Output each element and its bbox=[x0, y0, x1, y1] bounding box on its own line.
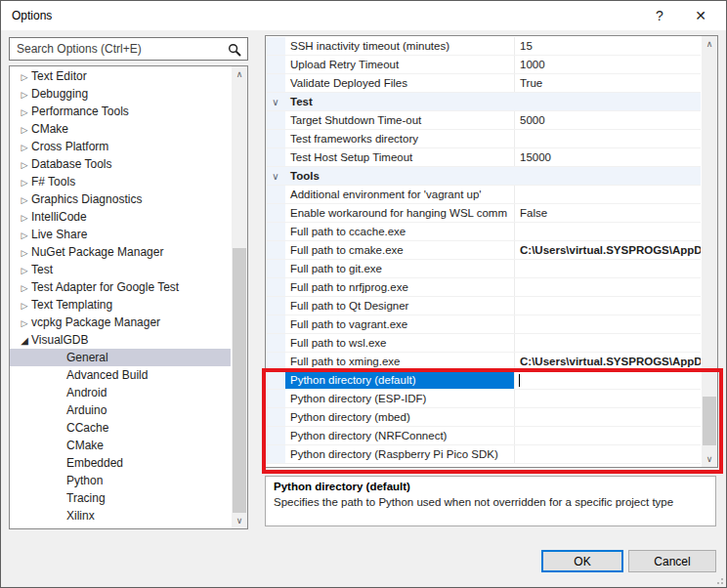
tree-item-text-editor[interactable]: ▷Text Editor bbox=[10, 67, 231, 85]
group-row-test[interactable]: ∨Test bbox=[266, 93, 701, 111]
property-value[interactable] bbox=[514, 445, 701, 463]
property-row-python-directory-esp-idf[interactable]: Python directory (ESP-IDF) bbox=[266, 390, 701, 408]
tree-item-vcpkg-package-manager[interactable]: ▷vcpkg Package Manager bbox=[10, 314, 231, 331]
property-row-target-shutdown-time-out[interactable]: Target Shutdown Time-out5000 bbox=[266, 111, 701, 130]
group-collapse-icon[interactable]: ∨ bbox=[266, 93, 285, 110]
property-value[interactable] bbox=[514, 371, 701, 389]
tree-collapsed-icon[interactable]: ▷ bbox=[18, 121, 31, 139]
tree-item-test-adapter-for-google-test[interactable]: ▷Test Adapter for Google Test bbox=[10, 278, 231, 296]
grid-scroll-up-icon[interactable]: ∧ bbox=[702, 36, 717, 52]
tree-collapsed-icon[interactable]: ▷ bbox=[18, 139, 31, 156]
property-value[interactable] bbox=[514, 390, 701, 407]
property-row-full-path-to-xming-exe[interactable]: Full path to xming.exeC:\Users\virtual.S… bbox=[266, 353, 701, 371]
property-value[interactable]: 15000 bbox=[514, 148, 701, 166]
tree-item-debugging[interactable]: ▷Debugging bbox=[10, 85, 231, 103]
property-row-full-path-to-vagrant-exe[interactable]: Full path to vagrant.exe bbox=[266, 315, 701, 334]
tree-item-intellicode[interactable]: ▷IntelliCode bbox=[10, 208, 231, 226]
tree-collapsed-icon[interactable]: ▷ bbox=[18, 174, 31, 191]
tree-expanded-icon[interactable]: ◢ bbox=[18, 332, 31, 350]
property-row-full-path-to-wsl-exe[interactable]: Full path to wsl.exe bbox=[266, 334, 701, 353]
tree-item-visualgdb[interactable]: ◢VisualGDB bbox=[10, 331, 231, 349]
property-row-validate-deployed-files[interactable]: Validate Deployed FilesTrue bbox=[266, 74, 701, 93]
tree-scrollbar[interactable]: ∧ ∨ bbox=[232, 66, 247, 528]
tree-item-database-tools[interactable]: ▷Database Tools bbox=[10, 155, 231, 173]
tree-item-tracing[interactable]: Tracing bbox=[10, 489, 231, 507]
property-row-full-path-to-git-exe[interactable]: Full path to git.exe bbox=[266, 260, 701, 278]
tree-collapsed-icon[interactable]: ▷ bbox=[18, 104, 31, 121]
tree-item-advanced-build[interactable]: Advanced Build bbox=[10, 366, 231, 384]
tree-item-text-templating[interactable]: ▷Text Templating bbox=[10, 296, 231, 314]
tree-item-cross-platform[interactable]: ▷Cross Platform bbox=[10, 138, 231, 155]
property-value[interactable] bbox=[514, 408, 701, 426]
property-value[interactable] bbox=[514, 186, 701, 203]
grid-scrollbar-thumb[interactable] bbox=[703, 397, 716, 445]
property-row-enable-workaround-for-hanging-wsl-comm[interactable]: Enable workaround for hanging WSL commFa… bbox=[266, 204, 701, 223]
property-value[interactable] bbox=[514, 427, 701, 444]
property-value[interactable] bbox=[514, 260, 701, 277]
tree-collapsed-icon[interactable]: ▷ bbox=[18, 191, 31, 209]
property-row-python-directory-nrfconnect[interactable]: Python directory (NRFConnect) bbox=[266, 427, 701, 445]
group-row-tools[interactable]: ∨Tools bbox=[266, 167, 701, 186]
ok-button[interactable]: OK bbox=[541, 550, 623, 572]
tree-item-python[interactable]: Python bbox=[10, 472, 231, 489]
property-row-full-path-to-ccache-exe[interactable]: Full path to ccache.exe bbox=[266, 223, 701, 241]
tree-item-nuget-package-manager[interactable]: ▷NuGet Package Manager bbox=[10, 243, 231, 261]
property-row-full-path-to-qt-designer[interactable]: Full path to Qt Designer bbox=[266, 297, 701, 315]
tree-collapsed-icon[interactable]: ▷ bbox=[18, 262, 31, 279]
property-row-additional-environment-for-vagrant-up[interactable]: Additional environment for 'vagrant up' bbox=[266, 186, 701, 204]
grid-scroll-down-icon[interactable]: ∨ bbox=[702, 451, 717, 467]
tree-collapsed-icon[interactable]: ▷ bbox=[18, 315, 31, 332]
property-row-full-path-to-nrfjprog-exe[interactable]: Full path to nrfjprog.exe bbox=[266, 278, 701, 297]
property-value[interactable] bbox=[514, 130, 701, 147]
tree-scroll-up-icon[interactable]: ∧ bbox=[232, 66, 247, 82]
property-value[interactable] bbox=[514, 223, 701, 240]
property-row-python-directory-raspberry-pi-pico-sdk[interactable]: Python directory (Raspberry Pi Pico SDK) bbox=[266, 445, 701, 464]
tree-collapsed-icon[interactable]: ▷ bbox=[18, 297, 31, 315]
tree-scrollbar-thumb[interactable] bbox=[233, 248, 246, 513]
tree-item-cmake[interactable]: CMake bbox=[10, 437, 231, 454]
property-value[interactable]: C:\Users\virtual.SYSPROGS\AppD bbox=[514, 353, 701, 370]
close-button[interactable]: ✕ bbox=[684, 1, 717, 29]
property-value[interactable]: 5000 bbox=[514, 111, 701, 129]
tree-item-f-tools[interactable]: ▷F# Tools bbox=[10, 173, 231, 190]
tree-item-arduino[interactable]: Arduino bbox=[10, 401, 231, 419]
tree-collapsed-icon[interactable]: ▷ bbox=[18, 227, 31, 244]
tree-collapsed-icon[interactable]: ▷ bbox=[18, 156, 31, 174]
cancel-button[interactable]: Cancel bbox=[628, 550, 716, 572]
tree-item-cmake[interactable]: ▷CMake bbox=[10, 120, 231, 138]
tree-item-general[interactable]: General bbox=[10, 349, 231, 366]
property-value[interactable]: C:\Users\virtual.SYSPROGS\AppD bbox=[514, 241, 701, 259]
grid-scrollbar[interactable]: ∧ ∨ bbox=[702, 36, 717, 467]
resize-grip[interactable] bbox=[713, 574, 723, 584]
property-row-python-directory-default[interactable]: Python directory (default) bbox=[266, 371, 701, 390]
tree-item-xilinx[interactable]: Xilinx bbox=[10, 507, 231, 525]
property-value[interactable] bbox=[514, 278, 701, 296]
search-input[interactable] bbox=[15, 40, 220, 58]
property-value[interactable] bbox=[514, 297, 701, 315]
property-row-python-directory-mbed[interactable]: Python directory (mbed) bbox=[266, 408, 701, 427]
tree-collapsed-icon[interactable]: ▷ bbox=[18, 68, 31, 86]
property-row-upload-retry-timeout[interactable]: Upload Retry Timeout1000 bbox=[266, 56, 701, 74]
tree-item-embedded[interactable]: Embedded bbox=[10, 454, 231, 472]
property-value[interactable]: True bbox=[514, 74, 701, 92]
tree-collapsed-icon[interactable]: ▷ bbox=[18, 86, 31, 104]
property-row-test-frameworks-directory[interactable]: Test frameworks directory bbox=[266, 130, 701, 148]
help-button[interactable]: ? bbox=[643, 1, 676, 29]
property-row-ssh-inactivity-timeout-minutes[interactable]: SSH inactivity timeout (minutes)15 bbox=[266, 37, 701, 56]
property-value[interactable] bbox=[514, 334, 701, 352]
tree-item-performance-tools[interactable]: ▷Performance Tools bbox=[10, 103, 231, 120]
tree-item-android[interactable]: Android bbox=[10, 384, 231, 401]
property-row-full-path-to-cmake-exe[interactable]: Full path to cmake.exeC:\Users\virtual.S… bbox=[266, 241, 701, 260]
tree-scroll-down-icon[interactable]: ∨ bbox=[232, 513, 247, 528]
property-row-test-host-setup-timeout[interactable]: Test Host Setup Timeout15000 bbox=[266, 148, 701, 167]
tree-collapsed-icon[interactable]: ▷ bbox=[18, 209, 31, 227]
group-collapse-icon[interactable]: ∨ bbox=[266, 167, 285, 185]
tree-item-test[interactable]: ▷Test bbox=[10, 261, 231, 278]
tree-item-live-share[interactable]: ▷Live Share bbox=[10, 226, 231, 243]
property-value[interactable]: 15 bbox=[514, 37, 701, 55]
tree-collapsed-icon[interactable]: ▷ bbox=[18, 244, 31, 262]
tree-item-ccache[interactable]: CCache bbox=[10, 419, 231, 437]
tree-item-graphics-diagnostics[interactable]: ▷Graphics Diagnostics bbox=[10, 190, 231, 208]
property-value[interactable]: False bbox=[514, 204, 701, 222]
tree-collapsed-icon[interactable]: ▷ bbox=[18, 279, 31, 297]
